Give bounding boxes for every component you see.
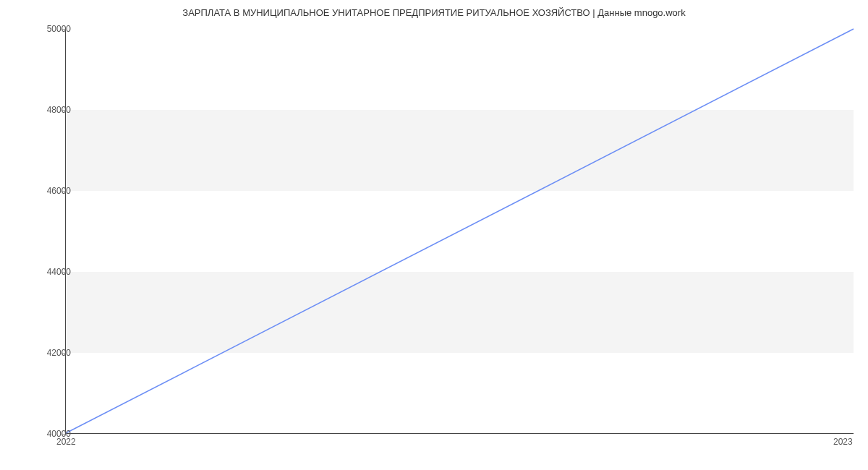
y-axis-label: 48000 <box>47 105 71 115</box>
x-axis-label: 2023 <box>833 437 853 447</box>
line-series <box>66 29 854 433</box>
y-axis-label: 44000 <box>47 267 71 277</box>
chart-title: ЗАРПЛАТА В МУНИЦИПАЛЬНОЕ УНИТАРНОЕ ПРЕДП… <box>0 7 868 18</box>
y-axis-label: 50000 <box>47 24 71 34</box>
x-axis-label: 2022 <box>56 437 76 447</box>
y-axis-label: 46000 <box>47 186 71 196</box>
plot-area <box>65 29 854 434</box>
y-axis-label: 42000 <box>47 348 71 358</box>
